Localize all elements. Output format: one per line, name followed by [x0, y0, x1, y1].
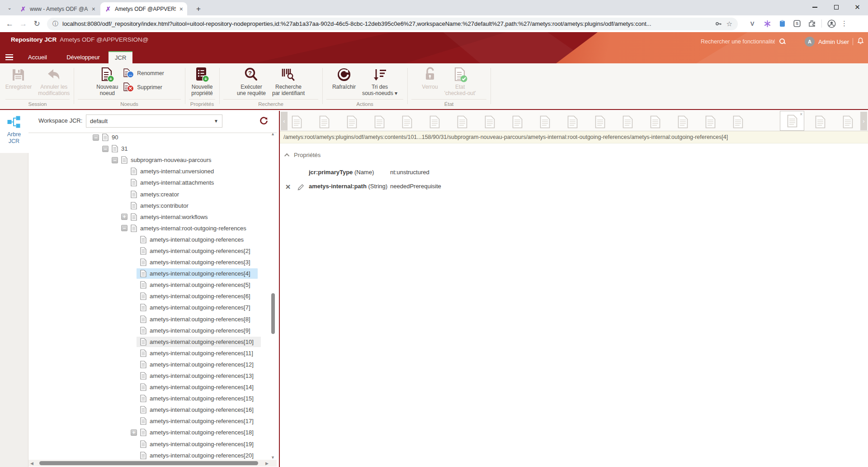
tree-node-content[interactable]: ametys-internal:outgoing-references[5]	[137, 280, 258, 290]
tool-tab[interactable]	[703, 114, 717, 129]
key-icon[interactable]	[715, 20, 722, 27]
maximize-button[interactable]	[826, 0, 847, 14]
extension-icon[interactable]	[777, 18, 788, 29]
tree-node-content[interactable]: ametys-internal:outgoing-references[16]	[137, 405, 261, 415]
tabs-scroll-right-icon[interactable]: ›	[860, 112, 867, 130]
extension-icon[interactable]	[762, 18, 773, 29]
tool-tab[interactable]	[428, 114, 441, 129]
browser-tab[interactable]: ✗www - Ametys ODF @APPVERS×	[15, 2, 99, 15]
tree-node-content[interactable]: ametys-internal:outgoing-references[4]	[137, 268, 258, 279]
forward-button[interactable]: →	[17, 18, 29, 30]
tree-node-content[interactable]: ametys-internal:outgoing-references[2]	[137, 246, 258, 256]
scroll-up-icon[interactable]: ▲	[271, 132, 275, 136]
tree-node-content[interactable]: ametys-internal:outgoing-references[19]	[137, 439, 261, 449]
tree-item[interactable]: ametys-internal:outgoing-references[11]	[28, 348, 269, 359]
back-button[interactable]: ←	[4, 18, 16, 30]
tool-tab[interactable]	[621, 114, 634, 129]
tree-node-content[interactable]: ametys-internal:outgoing-references[11]	[137, 348, 260, 358]
ribbon-tab-développeur[interactable]: Développeur	[58, 51, 108, 63]
tree-horizontal-scrollbar[interactable]: ◀ ▶	[28, 460, 277, 467]
tree-node-content[interactable]: ametys-internal:workflows	[127, 212, 215, 222]
browser-menu-icon[interactable]: ⋮	[841, 19, 848, 28]
etat-checked-out--button[interactable]: Etat'checked-out'	[443, 65, 478, 97]
tree-item[interactable]: ametys-internal:outgoing-references[20]	[28, 450, 269, 460]
tree-item[interactable]: ametys-internal:outgoing-references[14]	[28, 381, 269, 393]
tree-item[interactable]: –subprogram-nouveau-parcours	[28, 154, 269, 166]
tab-close-icon[interactable]: ×	[92, 6, 95, 12]
enregistrer-button[interactable]: Enregistrer	[4, 65, 34, 91]
tree-item[interactable]: ametys-internal:attachments	[28, 177, 269, 188]
tree-node-content[interactable]: 31	[108, 143, 135, 154]
tree-node-content[interactable]: subprogram-nouveau-parcours	[118, 155, 218, 165]
collapse-icon[interactable]: –	[102, 146, 108, 152]
tree-node-content[interactable]: ametys-internal:outgoing-references[20]	[137, 450, 261, 460]
collapse-icon[interactable]: –	[93, 134, 99, 141]
tree-node-content[interactable]: ametys-internal:outgoing-references	[137, 234, 251, 245]
scroll-down-icon[interactable]: ▼	[271, 455, 275, 460]
verrou-button[interactable]: Verrou	[420, 65, 439, 91]
tool-tab[interactable]	[648, 114, 662, 129]
tree-node-content[interactable]: ametys-internal:outgoing-references[18]	[137, 427, 261, 438]
user-name[interactable]: Admin User	[818, 38, 849, 45]
workspace-select[interactable]: default▼	[86, 114, 222, 128]
reload-button[interactable]: ↻	[31, 18, 43, 30]
rafra-chir-button[interactable]: Rafraîchir	[330, 65, 358, 91]
scroll-right-icon[interactable]: ▶	[265, 461, 269, 466]
tree-item[interactable]: –ametys-internal:root-outgoing-reference…	[28, 223, 269, 234]
tool-tab[interactable]	[483, 114, 496, 129]
tool-tab[interactable]	[345, 114, 359, 129]
ex-cuter-une-requ-te-button[interactable]: ?Exécuterune requête	[235, 65, 268, 97]
search-icon[interactable]	[779, 38, 786, 45]
menu-burger-icon[interactable]	[5, 54, 13, 60]
tree-node-content[interactable]: ametys-internal:outgoing-references[17]	[137, 416, 261, 426]
tree-node-content[interactable]: ametys-internal:attachments	[127, 177, 221, 188]
tool-tab[interactable]	[841, 114, 854, 129]
tool-tab[interactable]	[317, 114, 331, 129]
tool-tab[interactable]	[593, 114, 607, 129]
collapse-icon[interactable]: –	[121, 225, 127, 231]
annuler-les-modifications-button[interactable]: Annuler lesmodifications	[36, 65, 71, 97]
minimize-button[interactable]	[804, 0, 826, 14]
tree-item[interactable]: ametys-internal:outgoing-references[6]	[28, 291, 269, 302]
bookmark-star-icon[interactable]: ☆	[726, 20, 732, 28]
browser-tab[interactable]: ✗Ametys ODF @APPVERSION@×	[100, 2, 187, 15]
properties-section-header[interactable]: Propriétés	[286, 152, 321, 158]
tree-item[interactable]: –90	[28, 132, 269, 143]
scrollbar-thumb[interactable]	[271, 293, 275, 334]
extensions-puzzle-icon[interactable]	[807, 18, 817, 29]
tree-item[interactable]: ametys-internal:outgoing-references[12]	[28, 359, 269, 370]
tree-node-content[interactable]: ametys-internal:outgoing-references[9]	[137, 325, 258, 336]
tree-item[interactable]: ametys-internal:outgoing-references[3]	[28, 257, 269, 268]
tool-tab-active[interactable]: ×	[780, 111, 804, 131]
profile-avatar-icon[interactable]	[826, 18, 837, 29]
tree-item[interactable]: ametys-internal:outgoing-references[7]	[28, 302, 269, 313]
feature-search-input[interactable]	[700, 38, 776, 45]
tree-node-content[interactable]: ametys-internal:outgoing-references[13]	[137, 371, 261, 381]
tri-des-sous-noeuds--button[interactable]: Tri dessous-noeuds ▾	[360, 65, 399, 97]
tab-close-icon[interactable]: ×	[179, 6, 183, 12]
extension-icon[interactable]: V	[747, 18, 758, 29]
new-tab-button[interactable]: +	[193, 3, 204, 15]
site-info-icon[interactable]: ⓘ	[52, 20, 58, 28]
tabs-scroll-left-icon[interactable]: ‹	[281, 112, 288, 130]
extension-icon[interactable]: S	[792, 18, 802, 29]
tool-tab[interactable]	[731, 114, 745, 129]
tree-item[interactable]: ametys:contributor	[28, 200, 269, 211]
recherche-par-identifiant-button[interactable]: Recherchepar identifiant	[270, 65, 307, 97]
url-input[interactable]	[62, 20, 711, 27]
tree-item[interactable]: ametys-internal:outgoing-references[13]	[28, 370, 269, 381]
tab-close-icon[interactable]: ×	[800, 112, 802, 117]
tree-node-content[interactable]: ametys-internal:outgoing-references[10]	[137, 337, 261, 347]
tool-tab[interactable]	[290, 114, 303, 129]
edit-property-icon[interactable]	[296, 182, 305, 191]
user-avatar[interactable]: A	[805, 37, 815, 47]
tool-tab[interactable]	[373, 114, 386, 129]
tree-node-content[interactable]: ametys-internal:unversioned	[127, 166, 221, 176]
expand-icon[interactable]: +	[121, 214, 127, 220]
tree-item[interactable]: ametys-internal:outgoing-references[5]	[28, 279, 269, 291]
tree-item[interactable]: ametys-internal:outgoing-references[16]	[28, 404, 269, 415]
tool-tab[interactable]	[400, 114, 414, 129]
tool-tab[interactable]	[813, 114, 827, 129]
renommer-button[interactable]: ↔Renommer	[123, 68, 164, 78]
tree-item[interactable]: ametys-internal:outgoing-references	[28, 234, 269, 245]
